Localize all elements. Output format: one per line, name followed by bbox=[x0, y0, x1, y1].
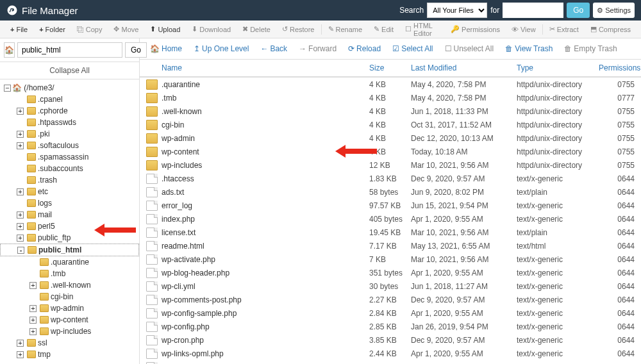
file-row[interactable]: wp-activate.php7 KBMar 10, 2021, 9:56 AM… bbox=[140, 252, 641, 266]
tree-node-wp-includes[interactable]: +wp-includes bbox=[0, 326, 139, 337]
col-modified[interactable]: Last Modified bbox=[411, 63, 517, 72]
file-row[interactable]: wp-config.php2.85 KBJan 26, 2019, 9:54 P… bbox=[140, 320, 641, 333]
expand-toggle[interactable]: + bbox=[17, 211, 24, 219]
expand-toggle[interactable]: + bbox=[17, 142, 24, 149]
expand-toggle[interactable]: + bbox=[17, 131, 24, 138]
file-row[interactable]: wp-admin4 KBDec 12, 2020, 10:13 AMhttpd/… bbox=[140, 131, 641, 145]
permissions-button[interactable]: 🔑 Permissions bbox=[445, 22, 505, 36]
up-level-button[interactable]: ↥ Up One Level bbox=[190, 42, 253, 55]
col-size[interactable]: Size bbox=[369, 63, 411, 72]
tree-node-logs[interactable]: logs bbox=[0, 197, 139, 209]
tree-node-ssl[interactable]: +ssl bbox=[0, 337, 139, 349]
empty-trash-button[interactable]: 🗑 Empty Trash bbox=[560, 42, 620, 55]
home-icon-button[interactable]: 🏠 bbox=[4, 42, 15, 58]
file-row[interactable]: .tmb4 KBMay 4, 2020, 7:58 PMhttpd/unix-d… bbox=[140, 91, 641, 104]
tree-node-cgi-bin[interactable]: cgi-bin bbox=[0, 291, 139, 302]
file-row[interactable]: wp-blog-header.php351 bytesApr 1, 2020, … bbox=[140, 266, 641, 279]
tree-node-.quarantine[interactable]: .quarantine bbox=[0, 256, 139, 268]
new-file-button[interactable]: + File bbox=[5, 23, 33, 36]
search-input[interactable] bbox=[503, 3, 563, 18]
view-button[interactable]: 👁 View bbox=[506, 23, 541, 36]
new-folder-button[interactable]: + Folder bbox=[34, 23, 71, 36]
file-row[interactable]: readme.html7.17 KBMay 13, 2021, 6:55 AMt… bbox=[140, 239, 641, 252]
expand-toggle[interactable]: + bbox=[17, 235, 24, 242]
tree-node-.spamassassin[interactable]: .spamassassin bbox=[0, 151, 139, 163]
col-name[interactable]: Name bbox=[162, 63, 369, 72]
move-button[interactable]: ✥ Move bbox=[108, 22, 144, 36]
file-row[interactable]: .htaccess1.83 KBDec 9, 2020, 9:57 AMtext… bbox=[140, 172, 641, 185]
compress-button[interactable]: ⬒ Compress bbox=[585, 22, 636, 36]
expand-toggle[interactable]: + bbox=[17, 108, 24, 115]
file-row[interactable]: wp-includes12 KBMar 10, 2021, 9:56 AMhtt… bbox=[140, 158, 641, 172]
file-row[interactable]: cgi-bin4 KBOct 31, 2017, 11:52 AMhttpd/u… bbox=[140, 118, 641, 131]
back-button[interactable]: ← Back bbox=[256, 42, 291, 55]
file-row[interactable]: wp-links-opml.php2.44 KBApr 1, 2020, 9:5… bbox=[140, 347, 641, 360]
expand-toggle[interactable]: + bbox=[17, 340, 24, 347]
expand-toggle[interactable] bbox=[29, 294, 37, 301]
tree-node-.well-known[interactable]: +.well-known bbox=[0, 279, 139, 291]
file-row[interactable]: wp-cli.yml30 bytesJun 1, 2018, 11:27 AMt… bbox=[140, 279, 641, 293]
expand-toggle[interactable]: + bbox=[17, 351, 24, 358]
tree-node-public_html[interactable]: -public_html bbox=[0, 244, 139, 256]
html-editor-button[interactable]: ☐ HTML Editor bbox=[400, 19, 444, 40]
rename-button[interactable]: ✎ Rename bbox=[323, 22, 368, 36]
delete-button[interactable]: ✖ Delete bbox=[237, 22, 276, 36]
tree-node-tmp[interactable]: +tmp bbox=[0, 349, 139, 360]
expand-toggle[interactable]: + bbox=[29, 317, 37, 324]
settings-button[interactable]: ⚙ Settings bbox=[593, 3, 635, 18]
collapse-all-button[interactable]: Collapse All bbox=[0, 62, 139, 79]
restore-button[interactable]: ↺ Restore bbox=[277, 22, 320, 36]
select-all-button[interactable]: ☑ Select All bbox=[388, 42, 437, 55]
expand-toggle[interactable] bbox=[17, 96, 24, 103]
view-trash-button[interactable]: 🗑 View Trash bbox=[501, 42, 556, 55]
file-row[interactable]: wp-cron.php3.85 KBDec 9, 2020, 9:57 AMte… bbox=[140, 333, 641, 347]
tree-node-.trash[interactable]: .trash bbox=[0, 174, 139, 186]
expand-toggle[interactable] bbox=[29, 270, 37, 277]
search-go-button[interactable]: Go bbox=[567, 3, 590, 18]
tree-node-mail[interactable]: +mail bbox=[0, 209, 139, 220]
file-row[interactable]: license.txt19.45 KBMar 10, 2021, 9:56 AM… bbox=[140, 226, 641, 239]
expand-toggle[interactable]: + bbox=[29, 328, 37, 335]
tree-node-.subaccounts[interactable]: .subaccounts bbox=[0, 163, 139, 174]
file-row[interactable]: wp-content4 KBToday, 10:18 AMhttpd/unix-… bbox=[140, 145, 641, 158]
tree-node-.htpasswds[interactable]: .htpasswds bbox=[0, 117, 139, 128]
tree-root[interactable]: −🏠 (/home3/ bbox=[0, 82, 139, 94]
reload-button[interactable]: ⟳ Reload bbox=[344, 42, 385, 55]
tree-node-.softaculous[interactable]: +.softaculous bbox=[0, 140, 139, 151]
expand-toggle[interactable] bbox=[17, 119, 24, 126]
extract-button[interactable]: ✂ Extract bbox=[544, 22, 584, 36]
tree-node-.cpanel[interactable]: .cpanel bbox=[0, 94, 139, 105]
tree-node-perl5[interactable]: +perl5 bbox=[0, 220, 139, 232]
col-permissions[interactable]: Permissions bbox=[599, 63, 635, 72]
file-row[interactable]: wp-comments-post.php2.27 KBDec 9, 2020, … bbox=[140, 293, 641, 306]
col-type[interactable]: Type bbox=[517, 63, 599, 72]
expand-toggle[interactable]: - bbox=[17, 247, 24, 254]
home-button[interactable]: 🏠 Home bbox=[146, 42, 186, 55]
file-row[interactable]: error_log97.57 KBJun 15, 2021, 9:54 PMte… bbox=[140, 199, 641, 212]
tree-node-.cphorde[interactable]: +.cphorde bbox=[0, 105, 139, 117]
expand-toggle[interactable]: + bbox=[29, 282, 37, 289]
expand-toggle[interactable] bbox=[17, 154, 24, 161]
expand-toggle[interactable] bbox=[17, 177, 24, 184]
expand-toggle[interactable]: + bbox=[17, 223, 24, 230]
expand-toggle[interactable]: + bbox=[29, 305, 37, 312]
copy-button[interactable]: ⿻ Copy bbox=[72, 23, 108, 36]
file-row[interactable]: index.php405 bytesApr 1, 2020, 9:55 AMte… bbox=[140, 212, 641, 226]
download-button[interactable]: ⬇ Download bbox=[187, 22, 236, 36]
file-row[interactable]: ads.txt58 bytesJun 9, 2020, 8:02 PMtext/… bbox=[140, 185, 641, 199]
file-row[interactable]: .quarantine4 KBMay 4, 2020, 7:58 PMhttpd… bbox=[140, 78, 641, 91]
expand-toggle[interactable] bbox=[29, 259, 37, 266]
unselect-all-button[interactable]: ☐ Unselect All bbox=[441, 42, 498, 55]
search-scope-select[interactable]: All Your Files bbox=[427, 3, 487, 18]
forward-button[interactable]: → Forward bbox=[295, 42, 340, 55]
tree-node-wp-admin[interactable]: +wp-admin bbox=[0, 302, 139, 314]
file-row[interactable]: .well-known4 KBJun 1, 2018, 11:33 PMhttp… bbox=[140, 104, 641, 118]
tree-node-.tmb[interactable]: .tmb bbox=[0, 268, 139, 279]
tree-node-etc[interactable]: +etc bbox=[0, 186, 139, 197]
file-row[interactable]: wp-config-sample.php2.84 KBApr 1, 2020, … bbox=[140, 306, 641, 320]
edit-button[interactable]: ✎ Edit bbox=[369, 22, 399, 36]
expand-toggle[interactable]: + bbox=[17, 188, 24, 195]
path-input[interactable] bbox=[17, 42, 122, 58]
file-row[interactable]: wp-load.php3.24 KBMar 10, 2021, 9:56 AMt… bbox=[140, 360, 641, 364]
tree-node-public_ftp[interactable]: +public_ftp bbox=[0, 232, 139, 244]
